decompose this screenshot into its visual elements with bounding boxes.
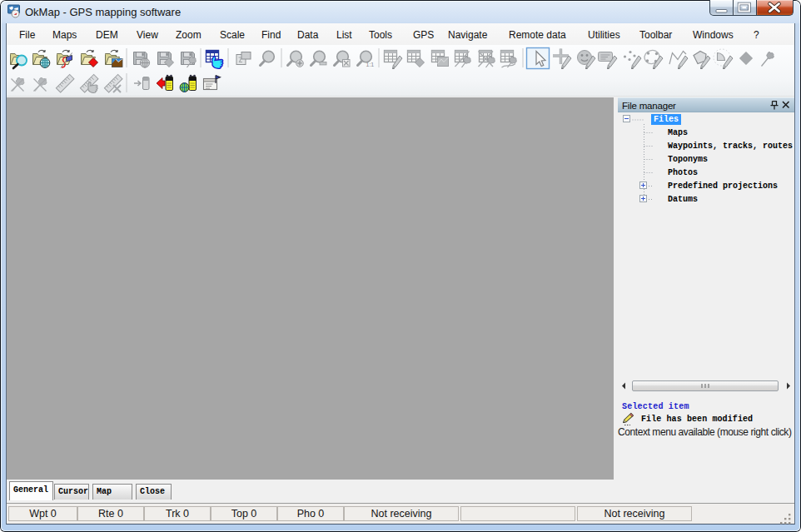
- svg-text:1:1: 1:1: [366, 62, 375, 67]
